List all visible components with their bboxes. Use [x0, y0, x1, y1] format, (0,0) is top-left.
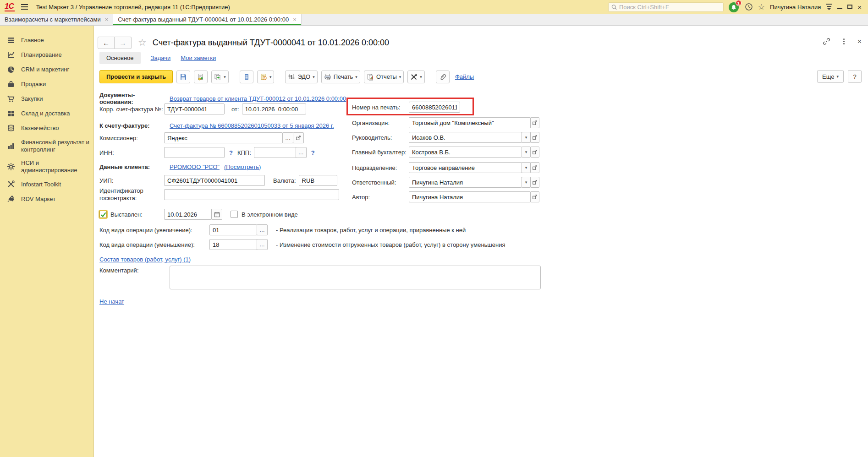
- tab-close-icon[interactable]: ×: [105, 16, 109, 23]
- service-menu-icon[interactable]: [826, 4, 832, 10]
- inn-help-link[interactable]: ?: [229, 149, 233, 156]
- op-code-increase-input[interactable]: [209, 224, 257, 235]
- notifications-button[interactable]: 1: [729, 1, 740, 12]
- link-icon[interactable]: [823, 38, 830, 45]
- gov-contract-input[interactable]: [164, 189, 339, 200]
- issued-date-input[interactable]: [164, 209, 212, 220]
- forward-button[interactable]: →: [115, 37, 132, 49]
- business-process-status-link[interactable]: Не начат: [99, 298, 124, 305]
- chief-accountant-dropdown-button[interactable]: ▾: [522, 147, 531, 158]
- corr-invoice-number-input[interactable]: [164, 103, 225, 114]
- electronic-label: В электронном виде: [242, 211, 298, 218]
- post-document-button[interactable]: [194, 71, 208, 83]
- kpp-input[interactable]: [254, 147, 296, 158]
- sidebar-item-planning[interactable]: Планирование: [0, 48, 93, 62]
- history-icon[interactable]: [745, 3, 753, 11]
- kpp-choose-button[interactable]: …: [296, 147, 307, 158]
- search-input[interactable]: [619, 4, 720, 11]
- chief-accountant-open-button[interactable]: [530, 147, 539, 158]
- commissioner-input[interactable]: [164, 132, 283, 143]
- tab-invoice-issued[interactable]: Счет-фактура выданный ТДУТ-0000041 от 10…: [113, 14, 301, 25]
- files-link[interactable]: Файлы: [455, 73, 474, 80]
- print-button[interactable]: Печать ▾: [321, 71, 360, 83]
- to-invoice-link[interactable]: Счет-фактура № 6600885202601050033 от 5 …: [170, 122, 334, 129]
- responsible-input[interactable]: [409, 177, 522, 188]
- tab-my-notes[interactable]: Мои заметки: [181, 54, 216, 61]
- calendar-icon: [214, 212, 220, 218]
- corr-invoice-date-input[interactable]: [242, 103, 306, 114]
- document-register-button[interactable]: [240, 71, 253, 83]
- favorites-star-icon[interactable]: ☆: [758, 2, 765, 12]
- op-code-decrease-input[interactable]: [209, 239, 257, 250]
- op-code-decrease-choose-button[interactable]: …: [257, 239, 268, 250]
- create-based-on-button[interactable]: ▾: [211, 71, 229, 83]
- global-search[interactable]: [608, 2, 724, 12]
- manager-open-button[interactable]: [530, 132, 539, 143]
- favorite-star-icon[interactable]: ☆: [138, 37, 147, 48]
- form-close-icon[interactable]: ×: [857, 38, 862, 45]
- author-input[interactable]: [409, 191, 531, 202]
- save-button[interactable]: [176, 71, 190, 83]
- comment-textarea[interactable]: [170, 266, 541, 289]
- help-button[interactable]: ?: [848, 70, 862, 83]
- issued-checkbox[interactable]: [99, 211, 107, 218]
- tab-marketplace-settlements[interactable]: Взаиморасчеты с маркетплейсами ×: [0, 14, 113, 25]
- main-menu-icon[interactable]: [21, 4, 28, 10]
- maximize-icon[interactable]: [847, 5, 852, 9]
- responsible-dropdown-button[interactable]: ▾: [522, 177, 531, 188]
- chief-accountant-input[interactable]: [409, 147, 522, 158]
- tab-tasks[interactable]: Задачи: [151, 54, 171, 61]
- tab-close-icon[interactable]: ×: [293, 16, 297, 23]
- commissioner-choose-button[interactable]: …: [282, 132, 293, 143]
- sidebar-item-warehouse-delivery[interactable]: Склад и доставка: [0, 106, 93, 121]
- client-data-link[interactable]: РРОМООО "РСО": [170, 163, 220, 170]
- sidebar-item-treasury[interactable]: Казначейство: [0, 121, 93, 136]
- post-and-close-button[interactable]: Провести и закрыть: [99, 70, 173, 83]
- open-icon: [532, 180, 538, 185]
- sidebar-item-main[interactable]: Главное: [0, 33, 93, 48]
- department-open-button[interactable]: [530, 162, 539, 173]
- author-open-button[interactable]: [530, 191, 539, 202]
- base-document-link[interactable]: Возврат товаров от клиента ТДУТ-000012 о…: [170, 95, 346, 102]
- goods-content-link[interactable]: Состав товаров (работ, услуг) (1): [99, 256, 191, 263]
- organization-open-button[interactable]: [530, 117, 539, 128]
- sidebar-item-financial-result[interactable]: Финансовый результат и контроллинг: [0, 136, 93, 156]
- reports-icon: [367, 73, 374, 81]
- client-data-view-link[interactable]: (Посмотреть): [224, 163, 261, 170]
- manager-input[interactable]: [409, 132, 522, 143]
- department-dropdown-button[interactable]: ▾: [522, 162, 531, 173]
- department-input[interactable]: [409, 162, 522, 173]
- tab-main[interactable]: Основное: [99, 52, 141, 64]
- dropdown-arrow-icon: ▾: [525, 135, 527, 140]
- responsible-open-button[interactable]: [530, 177, 539, 188]
- inn-input[interactable]: [164, 147, 225, 158]
- sidebar-item-purchasing[interactable]: Закупки: [0, 92, 93, 106]
- minimize-icon[interactable]: [837, 8, 842, 9]
- organization-input[interactable]: [409, 117, 531, 128]
- sidebar-item-infostart-toolkit[interactable]: Infostart Toolkit: [0, 177, 93, 191]
- sidebar-item-sales[interactable]: Продажи: [0, 77, 93, 92]
- op-code-increase-choose-button[interactable]: …: [257, 224, 268, 235]
- document-history-button[interactable]: ▾: [257, 71, 275, 83]
- sidebar-item-crm-marketing[interactable]: CRM и маркетинг: [0, 62, 93, 77]
- tools-button[interactable]: ▾: [407, 71, 425, 83]
- calendar-button[interactable]: [211, 209, 222, 220]
- commissioner-open-button[interactable]: [293, 132, 304, 143]
- sidebar-item-nsi-administration[interactable]: НСИ и администрирование: [0, 156, 93, 177]
- author-label: Автор:: [352, 194, 409, 201]
- uip-input[interactable]: [164, 175, 265, 186]
- current-user[interactable]: Пичугина Наталия: [770, 4, 821, 11]
- window-close-icon[interactable]: ×: [857, 4, 862, 11]
- sidebar-item-rdv-market[interactable]: RDV Маркет: [0, 191, 93, 206]
- attachments-button[interactable]: [436, 71, 450, 83]
- manager-dropdown-button[interactable]: ▾: [522, 132, 531, 143]
- kpp-help-link[interactable]: ?: [311, 149, 315, 156]
- back-button[interactable]: ←: [98, 37, 115, 49]
- edo-button[interactable]: ЭДО ▾: [285, 71, 317, 83]
- reports-button[interactable]: Отчеты ▾: [364, 71, 404, 83]
- currency-input[interactable]: [299, 175, 337, 186]
- more-button[interactable]: Еще ▾: [817, 70, 844, 83]
- more-dots-icon[interactable]: [843, 41, 845, 42]
- electronic-checkbox[interactable]: [231, 211, 238, 218]
- print-number-input[interactable]: [409, 102, 460, 113]
